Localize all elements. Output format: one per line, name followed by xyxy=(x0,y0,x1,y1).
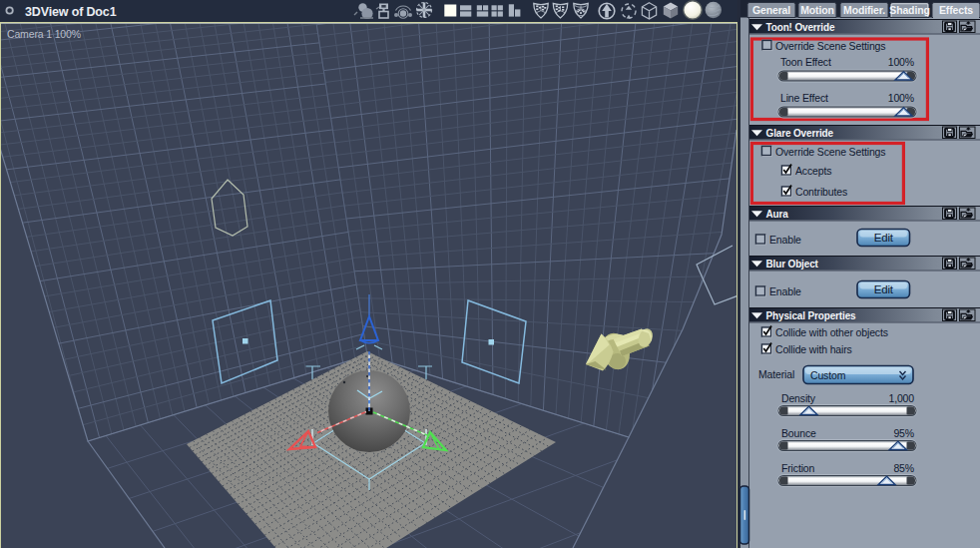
svg-text:85%: 85% xyxy=(893,462,914,474)
svg-text:Accepts: Accepts xyxy=(795,165,831,177)
svg-text:Blur Object: Blur Object xyxy=(766,259,819,270)
svg-text:Modifier.: Modifier. xyxy=(843,4,885,16)
svg-text:Enable: Enable xyxy=(769,285,801,297)
svg-text:Effects: Effects xyxy=(939,4,973,16)
svg-text:Toon Effect: Toon Effect xyxy=(780,56,831,68)
svg-text:Aura: Aura xyxy=(766,209,789,220)
svg-text:3DView of Doc1: 3DView of Doc1 xyxy=(25,5,117,19)
svg-text:95%: 95% xyxy=(893,427,914,439)
svg-text:Edit: Edit xyxy=(874,283,894,295)
svg-text:Override Scene Settings: Override Scene Settings xyxy=(775,146,885,158)
svg-text:1,000: 1,000 xyxy=(888,392,914,404)
svg-text:Enable: Enable xyxy=(769,234,801,246)
svg-text:Contributes: Contributes xyxy=(795,186,847,198)
svg-text:Custom: Custom xyxy=(810,369,846,381)
svg-text:Friction: Friction xyxy=(781,462,815,474)
svg-text:100%: 100% xyxy=(888,56,914,68)
svg-text:100%: 100% xyxy=(888,92,914,104)
svg-text:Override Scene Settings: Override Scene Settings xyxy=(775,40,885,52)
svg-text:Collide with hairs: Collide with hairs xyxy=(775,343,852,355)
svg-text:Physical Properties: Physical Properties xyxy=(766,310,857,321)
svg-text:Bounce: Bounce xyxy=(781,427,816,439)
svg-text:Shading: Shading xyxy=(889,4,929,16)
svg-text:Line Effect: Line Effect xyxy=(780,92,828,104)
svg-text:Camera 1 100%: Camera 1 100% xyxy=(7,28,81,40)
svg-text:Density: Density xyxy=(781,392,816,404)
svg-text:Toon! Override: Toon! Override xyxy=(766,22,835,33)
svg-text:Material: Material xyxy=(758,368,794,380)
svg-text:Motion: Motion xyxy=(800,4,834,16)
svg-text:Glare Override: Glare Override xyxy=(766,128,834,139)
svg-text:Collide with other objects: Collide with other objects xyxy=(775,326,888,338)
svg-text:General: General xyxy=(752,4,790,16)
svg-text:Edit: Edit xyxy=(874,232,894,244)
